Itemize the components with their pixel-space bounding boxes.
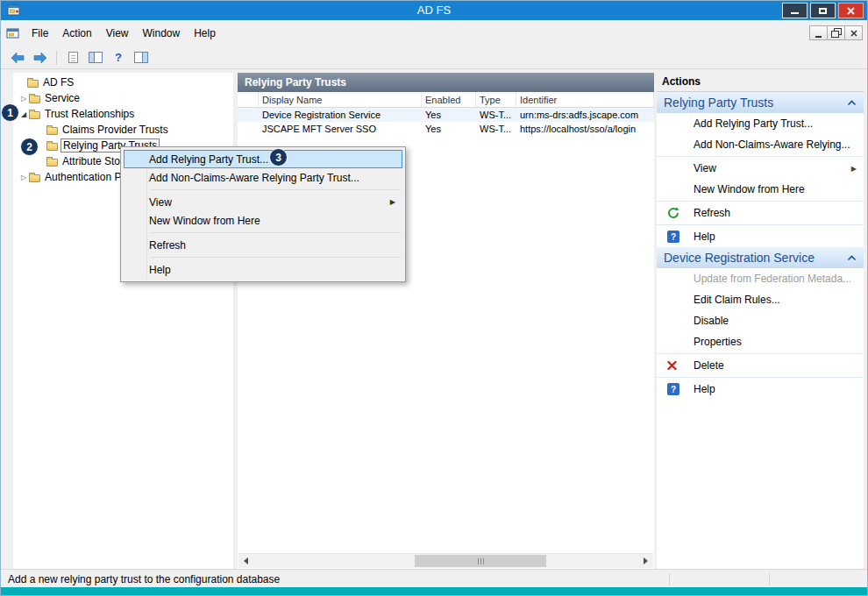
cell-display-name: Device Registration Service (259, 110, 422, 120)
column-header-enabled[interactable]: Enabled (422, 92, 476, 107)
cell-display-name: JSCAPE MFT Server SSO (259, 124, 422, 134)
action-separator (657, 224, 864, 225)
section-header-device-registration-service[interactable]: Device Registration Service (657, 247, 864, 268)
table-row[interactable]: JSCAPE MFT Server SSO Yes WS-T... https:… (238, 122, 654, 136)
tree-item-service[interactable]: ▷ Service (13, 90, 233, 106)
action-delete[interactable]: Delete (657, 355, 864, 376)
maximize-button[interactable] (810, 3, 836, 18)
mdi-minimize-icon (815, 36, 822, 38)
forward-icon (33, 52, 47, 64)
tree-item-label: Trust Relationships (45, 108, 134, 120)
action-properties[interactable]: Properties (657, 331, 864, 352)
context-menu-item-view[interactable]: View ▶ (124, 193, 402, 211)
menu-item-label: Help (149, 264, 171, 276)
menu-item-file[interactable]: File (25, 25, 55, 42)
tree-item-adfs[interactable]: AD FS (13, 74, 233, 90)
action-label: Edit Claim Rules... (694, 294, 780, 306)
help-toolbar-button[interactable]: ? (109, 48, 128, 67)
cell-enabled: Yes (422, 110, 476, 120)
chevron-collapsed-icon[interactable]: ▷ (18, 95, 29, 103)
horizontal-scrollbar[interactable] (238, 553, 653, 568)
minimize-icon (791, 12, 799, 14)
context-menu-item-refresh[interactable]: Refresh (124, 236, 402, 254)
mdi-caption-buttons (810, 25, 863, 40)
folder-icon (46, 159, 58, 167)
mdi-minimize-button[interactable] (809, 25, 828, 40)
desktop-edge-strip (1, 587, 867, 595)
action-update-from-federation-metadata: Update from Federation Metada... (657, 268, 864, 289)
forward-button[interactable] (31, 48, 50, 67)
tree-item-label: AD FS (43, 76, 74, 89)
action-label: New Window from Here (694, 183, 805, 195)
section-header-relying-party-trusts[interactable]: Relying Party Trusts (657, 92, 864, 113)
menu-separator (151, 232, 401, 233)
folder-icon (29, 111, 40, 119)
console-tree-icon (89, 52, 103, 63)
menu-item-help[interactable]: Help (187, 25, 223, 42)
context-menu-item-help[interactable]: Help (124, 260, 402, 279)
menu-item-window[interactable]: Window (136, 25, 188, 42)
action-add-relying-party-trust[interactable]: Add Relying Party Trust... (657, 113, 864, 134)
mdi-restore-button[interactable] (827, 25, 845, 40)
export-list-icon (68, 52, 78, 63)
action-edit-claim-rules[interactable]: Edit Claim Rules... (657, 289, 864, 310)
refresh-icon (667, 207, 679, 219)
export-list-button[interactable] (63, 48, 82, 67)
action-refresh[interactable]: Refresh (657, 202, 864, 224)
table-row[interactable]: Device Registration Service Yes WS-T... … (238, 108, 654, 122)
action-add-non-claims-aware[interactable]: Add Non-Claims-Aware Relying... (657, 134, 864, 155)
column-header-display-name[interactable]: Display Name (259, 92, 422, 107)
action-help[interactable]: ? Help (657, 226, 864, 247)
close-button[interactable] (838, 3, 864, 18)
action-label: Update from Federation Metada... (694, 273, 851, 285)
menubar: File Action View Window Help (1, 20, 867, 46)
action-pane-toggle-button[interactable] (132, 48, 151, 67)
column-header-identifier[interactable]: Identifier (516, 92, 654, 107)
tree-item-trust-relationships[interactable]: ◢ Trust Relationships (13, 106, 233, 122)
scroll-right-button[interactable] (638, 554, 653, 568)
menu-item-label: View (149, 196, 172, 209)
scrollbar-track[interactable] (253, 554, 638, 568)
help-icon: ? (667, 231, 679, 243)
action-label: Disable (694, 315, 729, 327)
menu-separator (151, 189, 401, 190)
collapse-chevron-icon (847, 255, 857, 261)
toolbar: ? (1, 46, 867, 69)
cell-type: WS-T... (476, 110, 516, 120)
toolbar-separator (56, 51, 57, 65)
mdi-close-icon (850, 30, 857, 37)
titlebar[interactable]: AD FS (1, 1, 867, 20)
column-header-type[interactable]: Type (476, 92, 516, 107)
console-tree-toggle-button[interactable] (86, 48, 105, 67)
submenu-arrow-icon: ▶ (851, 165, 857, 173)
maximize-icon (819, 8, 827, 14)
action-view[interactable]: View ▶ (657, 158, 864, 179)
folder-icon (29, 174, 40, 182)
status-pane-separator (769, 573, 770, 585)
tree-item-claims-provider-trusts[interactable]: Claims Provider Trusts (13, 122, 233, 138)
action-new-window-from-here[interactable]: New Window from Here (657, 179, 864, 200)
action-help-2[interactable]: ? Help (657, 379, 864, 400)
section-header-label: Relying Party Trusts (664, 96, 773, 110)
action-label: View (694, 162, 716, 174)
chevron-collapsed-icon[interactable]: ▷ (18, 174, 29, 181)
cell-type: WS-T... (476, 124, 516, 134)
context-menu-item-add-relying-party-trust[interactable]: Add Relying Party Trust... (124, 150, 402, 168)
scrollbar-thumb[interactable] (415, 555, 546, 567)
context-menu-item-new-window-from-here[interactable]: New Window from Here (124, 211, 402, 230)
section-header-label: Device Registration Service (664, 251, 815, 265)
action-label: Help (694, 383, 715, 395)
context-menu: Add Relying Party Trust... Add Non-Claim… (120, 146, 406, 282)
action-label: Properties (694, 336, 742, 348)
help-icon: ? (667, 383, 679, 395)
chevron-expanded-icon[interactable]: ◢ (18, 110, 29, 118)
mdi-close-button[interactable] (844, 25, 863, 40)
minimize-button[interactable] (782, 3, 808, 18)
context-menu-item-add-non-claims-aware[interactable]: Add Non-Claims-Aware Relying Party Trust… (124, 168, 402, 187)
menu-item-view[interactable]: View (99, 25, 136, 42)
back-button[interactable] (8, 48, 27, 67)
back-icon (11, 52, 25, 64)
action-disable[interactable]: Disable (657, 310, 864, 331)
scroll-left-button[interactable] (238, 554, 253, 568)
menu-item-action[interactable]: Action (55, 25, 98, 42)
